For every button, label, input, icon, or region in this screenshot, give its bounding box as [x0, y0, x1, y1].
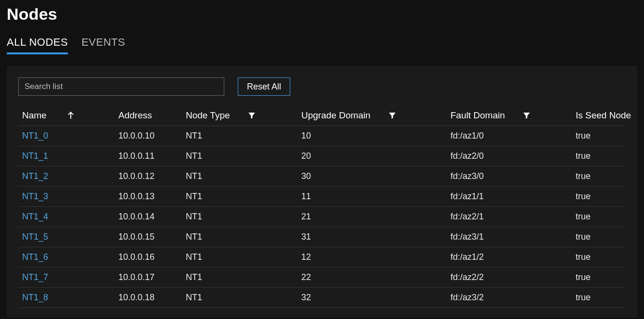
cell-is-seed: true [572, 247, 626, 268]
cell-is-seed: true [572, 126, 626, 146]
cell-fault-domain: fd:/az2/0 [447, 146, 572, 166]
tab-events[interactable]: EVENTS [81, 36, 125, 54]
table-row: NT1_510.0.0.15NT131fd:/az3/1true [18, 227, 626, 247]
cell-is-seed: true [572, 288, 626, 308]
table-row: NT1_710.0.0.17NT122fd:/az2/2true [18, 268, 626, 288]
cell-address: 10.0.0.12 [115, 166, 182, 187]
col-header-is-seed[interactable]: Is Seed Node [572, 105, 626, 126]
tab-all-nodes[interactable]: ALL NODES [7, 36, 68, 54]
cell-name[interactable]: NT1_2 [18, 166, 115, 187]
col-header-name[interactable]: Name [18, 105, 115, 126]
cell-address: 10.0.0.14 [115, 207, 182, 227]
cell-upgrade-domain: 11 [297, 187, 447, 207]
col-header-upgrade-domain-label: Upgrade Domain [301, 110, 371, 121]
cell-name[interactable]: NT1_6 [18, 247, 115, 268]
cell-fault-domain: fd:/az2/2 [447, 268, 572, 288]
cell-node-type: NT1 [182, 187, 297, 207]
cell-node-type: NT1 [182, 207, 297, 227]
cell-address: 10.0.0.13 [115, 187, 182, 207]
cell-is-seed: true [572, 207, 626, 227]
cell-fault-domain: fd:/az3/1 [447, 227, 572, 247]
cell-is-seed: true [572, 187, 626, 207]
cell-is-seed: true [572, 146, 626, 166]
cell-upgrade-domain: 12 [297, 247, 447, 268]
table-row: NT1_110.0.0.11NT120fd:/az2/0true [18, 146, 626, 166]
cell-upgrade-domain: 31 [297, 227, 447, 247]
toolbar: Reset All [18, 77, 626, 96]
cell-name[interactable]: NT1_4 [18, 207, 115, 227]
cell-address: 10.0.0.10 [115, 126, 182, 146]
col-header-node-type[interactable]: Node Type [182, 105, 297, 126]
cell-node-type: NT1 [182, 247, 297, 268]
filter-icon[interactable] [522, 111, 531, 120]
search-input[interactable] [18, 77, 224, 96]
cell-is-seed: true [572, 227, 626, 247]
cell-name[interactable]: NT1_5 [18, 227, 115, 247]
table-header-row: Name Address [18, 105, 626, 126]
sort-ascending-icon[interactable] [66, 111, 76, 120]
cell-address: 10.0.0.15 [115, 227, 182, 247]
content-panel: Reset All Name [7, 66, 637, 318]
reset-all-button[interactable]: Reset All [238, 77, 290, 96]
tabs: ALL NODES EVENTS [7, 36, 637, 54]
filter-icon[interactable] [388, 111, 397, 120]
col-header-is-seed-label: Is Seed Node [576, 110, 631, 120]
cell-node-type: NT1 [182, 268, 297, 288]
filter-icon[interactable] [247, 111, 256, 120]
cell-node-type: NT1 [182, 288, 297, 308]
cell-node-type: NT1 [182, 227, 297, 247]
col-header-address-label: Address [118, 110, 152, 120]
col-header-upgrade-domain[interactable]: Upgrade Domain [297, 105, 447, 126]
cell-fault-domain: fd:/az1/0 [447, 126, 572, 146]
cell-node-type: NT1 [182, 126, 297, 146]
cell-upgrade-domain: 30 [297, 166, 447, 187]
cell-node-type: NT1 [182, 166, 297, 187]
cell-is-seed: true [572, 166, 626, 187]
table-row: NT1_310.0.0.13NT111fd:/az1/1true [18, 187, 626, 207]
cell-address: 10.0.0.11 [115, 146, 182, 166]
table-row: NT1_810.0.0.18NT132fd:/az3/2true [18, 288, 626, 308]
cell-name[interactable]: NT1_7 [18, 268, 115, 288]
cell-name[interactable]: NT1_1 [18, 146, 115, 166]
cell-fault-domain: fd:/az1/2 [447, 247, 572, 268]
cell-upgrade-domain: 22 [297, 268, 447, 288]
col-header-name-label: Name [22, 110, 47, 121]
table-row: NT1_410.0.0.14NT121fd:/az2/1true [18, 207, 626, 227]
cell-name[interactable]: NT1_0 [18, 126, 115, 146]
cell-node-type: NT1 [182, 146, 297, 166]
cell-upgrade-domain: 20 [297, 146, 447, 166]
col-header-address[interactable]: Address [115, 105, 182, 126]
cell-is-seed: true [572, 268, 626, 288]
col-header-fault-domain[interactable]: Fault Domain [447, 105, 572, 126]
nodes-table: Name Address [18, 105, 626, 308]
table-row: NT1_010.0.0.10NT110fd:/az1/0true [18, 126, 626, 146]
table-row: NT1_210.0.0.12NT130fd:/az3/0true [18, 166, 626, 187]
page-title: Nodes [7, 5, 637, 24]
cell-upgrade-domain: 21 [297, 207, 447, 227]
col-header-fault-domain-label: Fault Domain [451, 110, 505, 121]
col-header-node-type-label: Node Type [186, 110, 230, 121]
cell-fault-domain: fd:/az1/1 [447, 187, 572, 207]
cell-fault-domain: fd:/az2/1 [447, 207, 572, 227]
table-row: NT1_610.0.0.16NT112fd:/az1/2true [18, 247, 626, 268]
cell-upgrade-domain: 10 [297, 126, 447, 146]
cell-fault-domain: fd:/az3/0 [447, 166, 572, 187]
cell-address: 10.0.0.18 [115, 288, 182, 308]
cell-address: 10.0.0.16 [115, 247, 182, 268]
cell-name[interactable]: NT1_3 [18, 187, 115, 207]
cell-fault-domain: fd:/az3/2 [447, 288, 572, 308]
cell-name[interactable]: NT1_8 [18, 288, 115, 308]
cell-upgrade-domain: 32 [297, 288, 447, 308]
cell-address: 10.0.0.17 [115, 268, 182, 288]
